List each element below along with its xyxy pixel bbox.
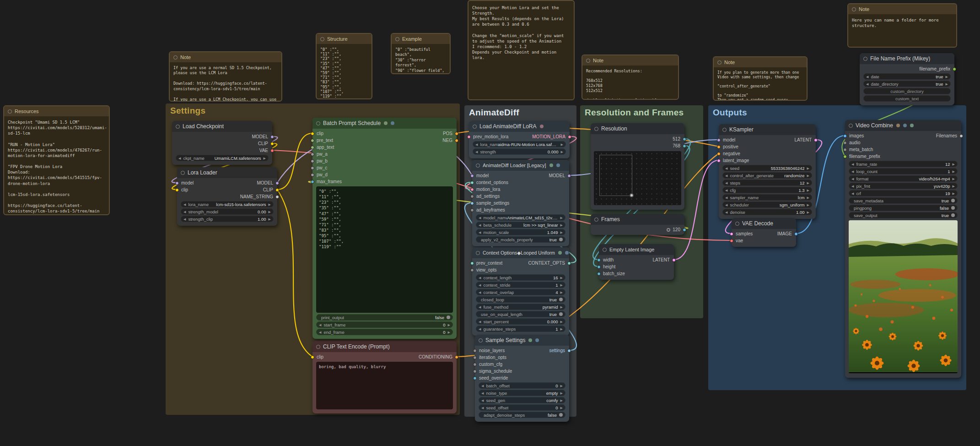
decrement-arrow[interactable]: ◀ xyxy=(481,384,484,387)
widget-ckpt-name[interactable]: ◀ckpt_nameUmamiLCM.safetensors▶ xyxy=(176,155,269,161)
collapse-dot[interactable] xyxy=(320,37,324,41)
input-slot-filename-prefix[interactable]: filename_prefix xyxy=(843,154,880,159)
widget-frame-rate[interactable]: ◀frame_rate12▶ xyxy=(849,161,958,167)
input-slot-view-opts[interactable]: view_opts xyxy=(470,267,496,272)
collapse-dot[interactable] xyxy=(594,218,598,222)
slot-dot[interactable] xyxy=(597,265,601,269)
group-title-animatediff[interactable]: AnimateDiff xyxy=(464,105,576,120)
widget-seed-gen[interactable]: ◀seed_gencomfy▶ xyxy=(479,397,565,403)
widget-date[interactable]: ◀datetrue▶ xyxy=(863,73,951,80)
output-slot-frame-count[interactable]: 120 xyxy=(667,227,686,232)
increment-arrow[interactable]: ▶ xyxy=(953,170,955,173)
note-folder[interactable]: Note Here you can name a folder for more… xyxy=(847,3,957,48)
collapse-dot[interactable] xyxy=(181,171,185,175)
node-title-bar[interactable]: Load Checkpoint xyxy=(172,121,272,132)
increment-arrow[interactable]: ▶ xyxy=(953,177,955,180)
decrement-arrow[interactable]: ◀ xyxy=(725,203,727,207)
decrement-arrow[interactable]: ◀ xyxy=(479,327,481,331)
widget-custom-text[interactable]: custom_text xyxy=(863,95,951,102)
collapse-dot[interactable] xyxy=(603,248,607,252)
collapse-dot[interactable] xyxy=(476,251,480,255)
widget-denoise[interactable]: ◀denoise1.00▶ xyxy=(722,209,812,215)
collapse-dot[interactable] xyxy=(176,125,180,129)
note-title-bar[interactable]: Structure xyxy=(317,34,372,44)
increment-arrow[interactable]: ▶ xyxy=(807,174,809,177)
input-slot-batch-size[interactable]: batch_size xyxy=(597,271,625,276)
slot-dot[interactable] xyxy=(597,272,601,276)
decrement-arrow[interactable]: ◀ xyxy=(851,192,854,195)
slot-dot[interactable] xyxy=(567,174,571,178)
widget-sampler-name[interactable]: ◀sampler_namelcm▶ xyxy=(722,194,812,201)
input-slot-iteration-opts[interactable]: iteration_opts xyxy=(473,355,506,360)
output-slot-neg[interactable]: NEG xyxy=(442,138,458,143)
slot-dot[interactable] xyxy=(953,67,956,71)
slot-dot[interactable] xyxy=(470,201,474,205)
input-slot-clip[interactable]: clip xyxy=(311,354,323,359)
slot-dot[interactable] xyxy=(794,232,798,236)
decrement-arrow[interactable]: ◀ xyxy=(479,320,481,323)
node-title-bar[interactable]: Sample Settings xyxy=(475,335,569,346)
node-clip-text-encode[interactable]: CLIP Text Encode (Prompt) clipCONDITIONI… xyxy=(312,341,457,413)
widget-seed[interactable]: ◀seed55333638046242▶ xyxy=(722,165,812,171)
increment-arrow[interactable]: ▶ xyxy=(560,276,563,279)
output-slot-motion-lora[interactable]: MOTION_LORA xyxy=(532,134,571,139)
input-slot-model[interactable]: model xyxy=(717,137,735,142)
comfyui-node-canvas[interactable]: Settings AnimateDiff Resolution and Fram… xyxy=(0,0,980,446)
slot-dot[interactable] xyxy=(270,135,274,139)
collapse-dot[interactable] xyxy=(594,127,598,131)
slot-dot[interactable] xyxy=(717,145,721,149)
collapse-dot[interactable] xyxy=(395,37,399,41)
output-slot-name-string[interactable]: NAME_STRING xyxy=(240,194,279,199)
output-slot-clip[interactable]: CLIP xyxy=(258,141,274,146)
decrement-arrow[interactable]: ◀ xyxy=(479,216,481,219)
collapse-dot[interactable] xyxy=(476,163,480,168)
input-slot-prev-motion-lora[interactable]: prev_motion_lora xyxy=(467,134,508,139)
slot-dot[interactable] xyxy=(455,139,458,142)
slot-dot[interactable] xyxy=(470,261,474,265)
collapse-dot[interactable] xyxy=(717,60,722,65)
widget-save-metadata[interactable]: save_metadatatrue xyxy=(849,197,958,204)
increment-arrow[interactable]: ▶ xyxy=(807,181,809,185)
widget-context-stride[interactable]: ◀context_stride1▶ xyxy=(476,282,565,288)
group-title-settings[interactable]: Settings xyxy=(166,103,460,118)
group-title-outputs[interactable]: Outputs xyxy=(708,105,966,120)
widget-context-overlap[interactable]: ◀context_overlap4▶ xyxy=(476,289,565,295)
slot-dot[interactable] xyxy=(843,148,847,152)
slot-dot[interactable] xyxy=(568,135,571,139)
slot-dot[interactable] xyxy=(672,258,676,262)
node-title-bar[interactable]: VAE Decode xyxy=(732,218,796,229)
decrement-arrow[interactable]: ◀ xyxy=(851,163,854,166)
input-slot-model[interactable]: model xyxy=(470,173,489,178)
note-resolutions[interactable]: Note Recommended Resolutions: 768x512 51… xyxy=(582,54,679,100)
increment-arrow[interactable]: ▶ xyxy=(807,196,809,199)
video-preview-image[interactable] xyxy=(849,220,958,373)
slot-dot[interactable] xyxy=(597,258,601,262)
slot-dot[interactable] xyxy=(473,376,477,380)
output-slot-model[interactable]: MODEL xyxy=(549,173,571,178)
increment-arrow[interactable]: ▶ xyxy=(269,210,271,213)
decrement-arrow[interactable]: ◀ xyxy=(725,189,727,192)
decrement-arrow[interactable]: ◀ xyxy=(725,196,727,199)
input-slot-noise-layers[interactable]: noise_layers xyxy=(473,348,505,353)
output-slot-filenames[interactable]: Filenames xyxy=(936,133,963,138)
slot-dot[interactable] xyxy=(470,208,474,212)
node-sample-settings[interactable]: Sample Settings noise_layerssettings ite… xyxy=(475,335,569,422)
input-slot-negative[interactable]: negative xyxy=(717,151,740,156)
input-slot-seed-override[interactable]: seed_override xyxy=(473,375,508,381)
widget-noise-type[interactable]: ◀noise_typeempty▶ xyxy=(479,390,565,396)
node-title-bar[interactable]: File Name Prefix (Mikey) xyxy=(860,53,954,64)
output-slot-pos[interactable]: POS xyxy=(443,131,458,136)
increment-arrow[interactable]: ▶ xyxy=(448,323,450,326)
widget-use-on-equal-length[interactable]: use_on_equal_lengthtrue xyxy=(476,311,565,317)
increment-arrow[interactable]: ▶ xyxy=(560,384,563,387)
input-slot-pw-a[interactable]: pw_a xyxy=(311,152,328,157)
slot-dot[interactable] xyxy=(473,349,477,353)
increment-arrow[interactable]: ▶ xyxy=(269,203,271,206)
input-slot-custom-cfg[interactable]: custom_cfg xyxy=(473,362,502,367)
input-slot-positive[interactable]: positive xyxy=(717,144,738,149)
node-animatediff-loader[interactable]: AnimateDiff Loader [Legacy] modelMODEL c… xyxy=(472,160,569,246)
output-slot-height-768[interactable]: 768 xyxy=(673,143,686,148)
node-video-combine[interactable]: Video Combine imagesFilenames audio meta… xyxy=(845,120,961,378)
collapse-dot[interactable] xyxy=(473,125,477,129)
decrement-arrow[interactable]: ◀ xyxy=(319,323,321,326)
